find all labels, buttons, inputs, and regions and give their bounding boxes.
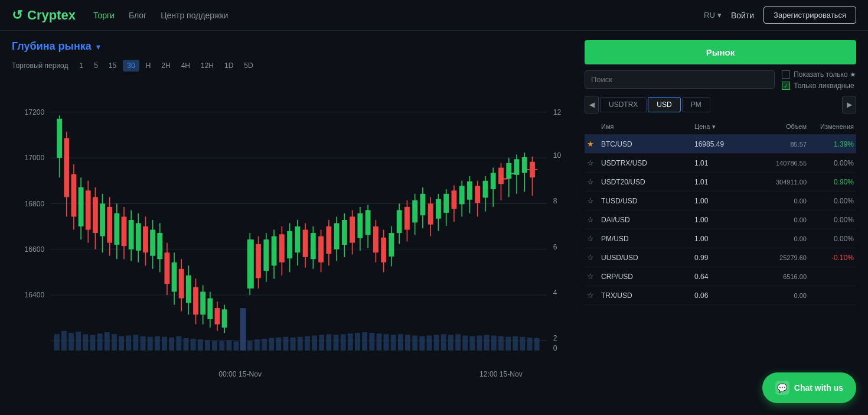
table-row: ☆ USDTRX/USD 1.01 140786.55 0.00%	[585, 154, 856, 173]
svg-rect-133	[215, 308, 220, 325]
star-btn-8[interactable]: ☆	[587, 291, 601, 300]
svg-rect-161	[342, 220, 347, 245]
price-cell-1: 1.01	[694, 159, 753, 167]
svg-rect-123	[179, 269, 184, 299]
period-btn-h[interactable]: H	[142, 60, 155, 72]
svg-rect-169	[373, 226, 378, 252]
change-cell-2: 0.90%	[807, 178, 854, 186]
svg-rect-53	[291, 338, 296, 351]
tab-arrow-left[interactable]: ◀	[585, 96, 599, 114]
price-cell-6: 0.99	[694, 254, 753, 262]
period-btn-1[interactable]: 1	[76, 60, 88, 72]
svg-rect-181	[420, 194, 426, 215]
svg-rect-56	[312, 336, 317, 351]
chart-title-arrow[interactable]: ▾	[96, 42, 100, 51]
svg-rect-155	[318, 236, 324, 262]
period-btn-5d[interactable]: 5D	[240, 60, 257, 72]
svg-text:00:00 15-Nov: 00:00 15-Nov	[218, 370, 262, 378]
svg-rect-70	[412, 336, 417, 351]
star-btn-2[interactable]: ☆	[587, 177, 601, 186]
table-row: ☆ DAI/USD 1.00 0.00 0.00%	[585, 210, 856, 229]
svg-rect-113	[143, 226, 148, 252]
svg-rect-39	[191, 339, 196, 351]
chart-area: Глубина рынка ▾ Торговый период 1 5 15 3…	[12, 40, 573, 406]
period-btn-5[interactable]: 5	[90, 60, 102, 72]
period-btn-1d[interactable]: 1D	[220, 60, 237, 72]
svg-text:10: 10	[553, 151, 562, 160]
chart-container: 17200 17000 16800 16600 16400 12 10 8 6 …	[12, 79, 573, 407]
svg-rect-135	[222, 309, 227, 328]
login-button[interactable]: Войти	[731, 11, 754, 20]
table-row: ☆ CRP/USD 0.64 6516.00	[585, 267, 856, 286]
logo[interactable]: ↺ Cryptex	[12, 8, 76, 23]
nav-trading[interactable]: Торги	[93, 11, 115, 20]
period-btn-4h[interactable]: 4H	[177, 60, 194, 72]
nav-blog[interactable]: Блог	[129, 11, 146, 20]
filter-liquid-row[interactable]: ✓ Только ликвидные	[782, 82, 856, 90]
tab-pm[interactable]: PM	[682, 97, 710, 112]
svg-rect-201	[498, 168, 504, 184]
svg-rect-26	[97, 333, 103, 351]
tab-usdtrx[interactable]: USDTRX	[600, 97, 647, 112]
tab-usd[interactable]: USD	[648, 97, 680, 112]
lang-arrow: ▾	[717, 11, 722, 20]
svg-rect-121	[172, 262, 177, 292]
th-price[interactable]: Цена ▾	[694, 123, 753, 131]
register-button[interactable]: Зарегистрироваться	[763, 7, 856, 24]
svg-text:12: 12	[553, 108, 562, 116]
liquid-checkbox[interactable]: ✓	[782, 82, 790, 90]
table-row: ☆ UUSD/USD 0.99 25279.60 -0.10%	[585, 248, 856, 267]
table-row: ☆ USDT20/USD 1.01 304911.00 0.90%	[585, 173, 856, 192]
svg-rect-78	[469, 336, 475, 351]
svg-rect-141	[263, 239, 269, 271]
star-btn-4[interactable]: ☆	[587, 215, 601, 224]
price-cell-8: 0.06	[694, 291, 753, 300]
svg-rect-157	[326, 226, 331, 254]
th-change: Изменения	[807, 123, 854, 131]
period-btn-15[interactable]: 15	[105, 60, 120, 72]
star-btn-6[interactable]: ☆	[587, 253, 601, 262]
svg-rect-177	[404, 207, 410, 230]
svg-rect-91	[64, 138, 69, 197]
star-btn-0[interactable]: ★	[587, 140, 601, 148]
language-selector[interactable]: RU ▾	[704, 11, 722, 20]
header-right: RU ▾ Войти Зарегистрироваться	[704, 7, 856, 24]
volume-cell-3: 0.00	[753, 197, 807, 205]
svg-rect-86	[527, 338, 533, 351]
market-button[interactable]: Рынок	[585, 40, 856, 64]
star-btn-7[interactable]: ☆	[587, 272, 601, 281]
svg-rect-109	[129, 220, 134, 249]
svg-text:0: 0	[553, 344, 557, 352]
svg-rect-171	[381, 238, 386, 262]
star-btn-3[interactable]: ☆	[587, 196, 601, 205]
favorites-checkbox[interactable]	[782, 70, 790, 79]
svg-rect-31	[133, 335, 138, 351]
period-btn-30[interactable]: 30	[123, 60, 139, 72]
period-btn-2h[interactable]: 2H	[157, 60, 174, 72]
search-input[interactable]	[585, 70, 775, 89]
filter-favorites-row[interactable]: Показать только ★	[782, 70, 856, 79]
logo-text: Cryptex	[27, 8, 76, 23]
chart-header: Глубина рынка ▾	[12, 40, 573, 53]
star-btn-5[interactable]: ☆	[587, 234, 601, 243]
star-btn-1[interactable]: ☆	[587, 158, 601, 167]
svg-rect-119	[164, 252, 169, 284]
svg-rect-79	[477, 336, 482, 351]
tab-arrow-right[interactable]: ▶	[842, 96, 856, 114]
th-name: Имя	[601, 123, 694, 131]
svg-rect-59	[334, 335, 339, 351]
volume-cell-1: 140786.55	[753, 160, 807, 167]
svg-text:6: 6	[553, 243, 557, 251]
search-input-wrap	[585, 70, 775, 89]
chart-title: Глубина рынка	[12, 40, 92, 53]
period-btn-12h[interactable]: 12H	[197, 60, 218, 72]
svg-rect-85	[520, 337, 526, 351]
nav-support[interactable]: Центр поддержки	[161, 11, 228, 20]
svg-rect-58	[326, 334, 331, 351]
svg-rect-73	[434, 335, 439, 351]
svg-rect-159	[334, 223, 340, 249]
chat-button[interactable]: 💬 Chat with us	[762, 372, 856, 403]
svg-rect-32	[141, 336, 146, 351]
svg-rect-145	[279, 234, 285, 262]
svg-rect-48	[254, 339, 260, 351]
